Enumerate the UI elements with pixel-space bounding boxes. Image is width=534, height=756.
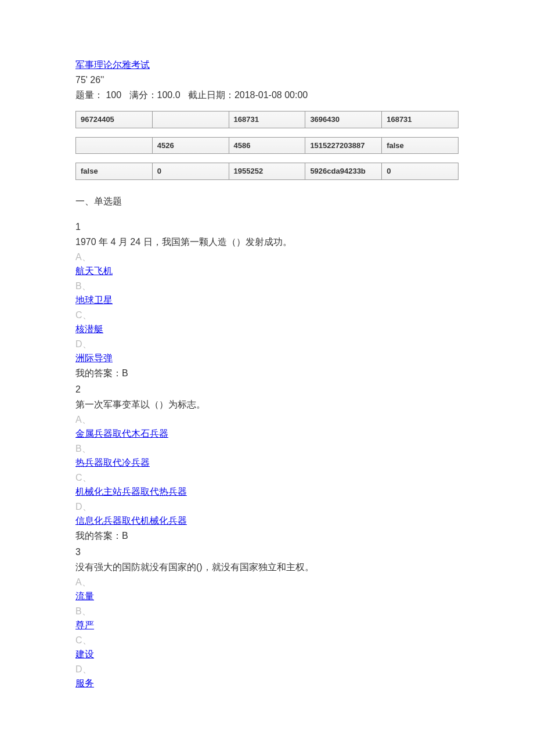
option-link[interactable]: 流量: [75, 589, 94, 603]
table-row: false 0 1955252 5926cda94233b 0: [76, 163, 459, 180]
option-link[interactable]: 信息化兵器取代机械化兵器: [75, 514, 187, 528]
option-letter-b: B、: [75, 279, 459, 293]
table-cell: 0: [152, 163, 229, 180]
table-cell: 168731: [382, 111, 459, 128]
option-link[interactable]: 核潜艇: [75, 322, 103, 336]
table-cell: 1955252: [229, 163, 305, 180]
exam-meta: 题量： 100 满分：100.0 截止日期：2018-01-08 00:00: [75, 88, 459, 102]
data-table-2: 4526 4586 1515227203887 false: [75, 137, 459, 154]
question-text: 没有强大的国防就没有国家的()，就没有国家独立和主权。: [75, 560, 459, 574]
deadline-label: 截止日期：: [188, 90, 234, 100]
option-link[interactable]: 金属兵器取代木石兵器: [75, 427, 168, 441]
option-letter-d: D、: [75, 500, 459, 514]
my-answer: 我的答案：B: [75, 366, 459, 380]
table-cell: 4586: [229, 137, 305, 154]
table-cell: 96724405: [76, 111, 153, 128]
question-text: 1970 年 4 月 24 日，我国第一颗人造（）发射成功。: [75, 235, 459, 249]
section-header: 一、单选题: [75, 195, 459, 208]
option-link[interactable]: 航天飞机: [75, 264, 113, 278]
question-number: 2: [75, 383, 459, 397]
count-label: 题量：: [75, 90, 103, 100]
option-link[interactable]: 机械化主站兵器取代热兵器: [75, 485, 187, 499]
table-cell: false: [76, 163, 153, 180]
count-value: 100: [106, 90, 121, 100]
option-link[interactable]: 热兵器取代冷兵器: [75, 456, 150, 470]
exam-title-link[interactable]: 军事理论尔雅考试: [75, 60, 150, 70]
option-link[interactable]: 洲际导弹: [75, 351, 113, 365]
option-link[interactable]: 地球卫星: [75, 293, 113, 307]
table-cell: 0: [382, 163, 459, 180]
option-letter-a: A、: [75, 575, 459, 589]
option-letter-d: D、: [75, 337, 459, 351]
question-2: 2 第一次军事变革以（）为标志。 A、 金属兵器取代木石兵器 B、 热兵器取代冷…: [75, 383, 459, 543]
option-letter-b: B、: [75, 604, 459, 618]
option-letter-b: B、: [75, 442, 459, 456]
option-letter-a: A、: [75, 413, 459, 427]
table-row: 4526 4586 1515227203887 false: [76, 137, 459, 154]
option-link[interactable]: 尊严: [75, 618, 94, 632]
table-cell: false: [382, 137, 459, 154]
full-label: 满分：: [129, 90, 157, 100]
question-number: 3: [75, 545, 459, 559]
data-table-1: 96724405 168731 3696430 168731: [75, 111, 459, 128]
data-table-3: false 0 1955252 5926cda94233b 0: [75, 163, 459, 180]
question-1: 1 1970 年 4 月 24 日，我国第一颗人造（）发射成功。 A、 航天飞机…: [75, 220, 459, 380]
my-answer: 我的答案：B: [75, 529, 459, 543]
exam-header: 军事理论尔雅考试 75' 26'' 题量： 100 满分：100.0 截止日期：…: [75, 58, 459, 102]
timer-text: 75' 26'': [75, 73, 459, 87]
table-cell: 1515227203887: [305, 137, 382, 154]
table-cell: 5926cda94233b: [305, 163, 382, 180]
table-cell: 4526: [152, 137, 229, 154]
question-text: 第一次军事变革以（）为标志。: [75, 398, 459, 412]
question-3: 3 没有强大的国防就没有国家的()，就没有国家独立和主权。 A、 流量 B、 尊…: [75, 545, 459, 690]
option-letter-c: C、: [75, 308, 459, 322]
table-cell: [76, 137, 153, 154]
table-row: 96724405 168731 3696430 168731: [76, 111, 459, 128]
option-link[interactable]: 建设: [75, 647, 94, 661]
option-letter-a: A、: [75, 250, 459, 264]
option-letter-c: C、: [75, 633, 459, 647]
option-letter-c: C、: [75, 471, 459, 485]
table-cell: [152, 111, 229, 128]
deadline-value: 2018-01-08 00:00: [234, 90, 308, 100]
option-letter-d: D、: [75, 663, 459, 676]
question-number: 1: [75, 220, 459, 234]
full-value: 100.0: [157, 90, 181, 100]
table-cell: 168731: [229, 111, 305, 128]
option-link[interactable]: 服务: [75, 676, 94, 690]
table-cell: 3696430: [305, 111, 382, 128]
